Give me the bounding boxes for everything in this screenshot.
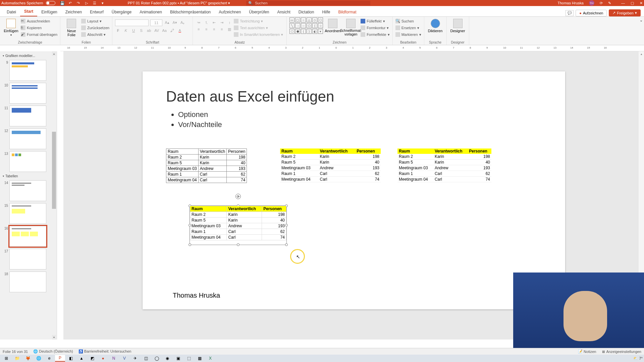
tb-app7[interactable]: ▣ (173, 355, 183, 362)
justify-icon[interactable]: ≡ (219, 26, 225, 32)
strike-icon[interactable]: S (138, 27, 144, 34)
section-button[interactable]: Abschnitt ▾ (81, 32, 109, 38)
tb-app8[interactable]: ⬚ (184, 355, 194, 362)
align-right-icon[interactable]: ≡ (211, 26, 217, 32)
tb-app6[interactable]: ◉ (162, 355, 172, 362)
tab-datei[interactable]: Datei (3, 8, 20, 16)
find-button[interactable]: 🔍Suchen (395, 18, 421, 24)
reset-button[interactable]: Zurücksetzen (81, 25, 109, 31)
layout-button[interactable]: Layout ▾ (81, 18, 109, 24)
section-header[interactable]: Grafiken modellier... (1, 53, 56, 59)
resize-handle[interactable] (237, 243, 239, 246)
tb-edge[interactable]: e (44, 355, 54, 362)
thumb-11[interactable] (9, 106, 46, 126)
tb-app9[interactable]: ▦ (195, 355, 205, 362)
bullets-icon[interactable]: ≔ (196, 19, 202, 25)
tab-animationen[interactable]: Animationen (136, 8, 166, 16)
user-name[interactable]: Thomas Hruska (557, 1, 584, 5)
quickstyles-button[interactable]: Schnellformat- vorlagen (342, 17, 359, 36)
redo-icon[interactable]: ↷ (76, 1, 81, 5)
thumb-17[interactable] (9, 249, 46, 269)
tb-app2[interactable]: ◩ (87, 355, 97, 362)
thumb-14[interactable] (9, 180, 46, 201)
tab-uebergaenge[interactable]: Übergänge (108, 8, 136, 16)
maximize-icon[interactable]: ▢ (631, 1, 634, 5)
language-status[interactable]: 🌐 Deutsch (Österreich) (33, 349, 73, 354)
tab-entwurf[interactable]: Entwurf (86, 8, 108, 16)
thumb-10[interactable] (9, 83, 46, 104)
shape-fill-button[interactable]: Fülleffekt ▾ (361, 18, 390, 24)
thumb-scrollbar[interactable]: ▴ ▾ (51, 51, 57, 340)
thumb-9[interactable] (9, 60, 46, 81)
tb-powerpoint[interactable]: P (55, 355, 65, 362)
spacing-icon[interactable]: AV (154, 27, 160, 34)
highlight-icon[interactable]: 🖍 (169, 27, 175, 34)
arrange-button[interactable]: Anordnen (324, 17, 341, 33)
indent-dec-icon[interactable]: ⇤ (211, 19, 217, 25)
font-family-combo[interactable] (115, 19, 149, 26)
format-painter-button[interactable]: 🖌Format übertragen (21, 32, 57, 38)
tab-dictation[interactable]: Dictation (294, 8, 318, 16)
tab-ueberpruefen[interactable]: Überprüfen (245, 8, 273, 16)
tab-aufzeichnen[interactable]: Aufzeichnen (215, 8, 245, 16)
qat-customize-icon[interactable]: ▾ (100, 1, 105, 5)
shadow-icon[interactable]: ab (146, 27, 152, 34)
tb-chrome[interactable]: 🌐 (34, 355, 44, 362)
tab-ansicht[interactable]: Ansicht (273, 8, 294, 16)
rotate-handle-icon[interactable]: ⟳ (235, 194, 241, 199)
tb-excel[interactable]: X (205, 355, 215, 362)
tab-zeichnen[interactable]: Zeichnen (61, 8, 86, 16)
tb-onenote[interactable]: N (109, 355, 119, 362)
tb-telegram[interactable]: ✈ (130, 355, 140, 362)
resize-handle[interactable] (285, 243, 288, 246)
coming-soon-icon[interactable]: ✎ (608, 1, 611, 5)
grow-font-icon[interactable]: A▴ (164, 19, 170, 25)
tab-bildformat[interactable]: Bildformat (334, 8, 360, 16)
resize-handle[interactable] (189, 243, 191, 246)
notes-button[interactable]: 📝 Notizen (578, 349, 596, 354)
minimize-icon[interactable]: — (621, 1, 625, 5)
dictate-button[interactable]: Diktieren (427, 17, 444, 33)
tab-start[interactable]: Start (20, 7, 37, 16)
thumb-16[interactable] (9, 226, 46, 247)
display-settings-button[interactable]: 🖥 Anzeigeeinstellungen (601, 350, 641, 354)
autosave-toggle[interactable] (46, 1, 55, 5)
search-box[interactable]: 🔍 Suchen (246, 1, 370, 5)
tb-app[interactable]: ◧ (66, 355, 76, 362)
align-center-icon[interactable]: ≡ (203, 26, 209, 32)
share-button[interactable]: ↗Freigeben ▾ (609, 9, 641, 16)
comments-button[interactable]: 💬 (566, 10, 574, 16)
font-size-combo[interactable]: 11 (150, 19, 162, 26)
shape-effects-button[interactable]: Formeffekte ▾ (361, 32, 390, 38)
numbering-icon[interactable]: ⒈ (203, 19, 209, 25)
shapes-gallery[interactable]: ▭▢○△◇⬡ ╲→↔⬠{☆ ⬡⬢(}◐▾ (289, 17, 323, 34)
slide-counter[interactable]: Folie 16 von 31 (3, 350, 28, 354)
tab-einfuegen[interactable]: Einfügen (37, 8, 61, 16)
paste-button[interactable]: Einfügen▾ (3, 17, 19, 37)
record-button[interactable]: ●Aufzeichnen (576, 10, 607, 16)
linespacing-icon[interactable]: ↕ (226, 19, 232, 25)
columns-icon[interactable]: ▥ (226, 26, 232, 32)
new-slide-button[interactable]: Neue Folie (63, 17, 80, 37)
tb-app5[interactable]: ◯ (152, 355, 162, 362)
thumb-12[interactable] (9, 128, 46, 149)
tb-app3[interactable]: ● (98, 355, 108, 362)
ruler-horizontal[interactable]: 1615141312111098765432101234567891011121… (60, 45, 644, 51)
thumb-15[interactable] (9, 203, 46, 224)
replace-button[interactable]: Ersetzen ▾ (395, 25, 421, 31)
case-icon[interactable]: Aa (161, 27, 167, 34)
tab-bildschirm[interactable]: Bildschirmpräsentation (166, 8, 215, 16)
bold-icon[interactable]: F (115, 27, 121, 34)
start-button[interactable]: ⊞ (1, 355, 11, 362)
close-icon[interactable]: ✕ (640, 1, 643, 5)
weather-widget[interactable]: ⛅ 7° (633, 356, 643, 361)
designer-button[interactable]: Designer (449, 17, 466, 33)
tab-hilfe[interactable]: Hilfe (318, 8, 334, 16)
thumb-18[interactable] (9, 272, 46, 292)
tb-firefox[interactable]: 🦊 (23, 355, 33, 362)
underline-icon[interactable]: U (130, 27, 137, 34)
collapse-ribbon-icon[interactable]: ⌄ (640, 18, 643, 22)
align-left-icon[interactable]: ≡ (196, 26, 202, 32)
selected-object[interactable]: ⟳ RaumVerantwortlichPersonen Raum 2Karin… (190, 205, 287, 245)
clear-format-icon[interactable]: Aᵩ (179, 19, 185, 25)
